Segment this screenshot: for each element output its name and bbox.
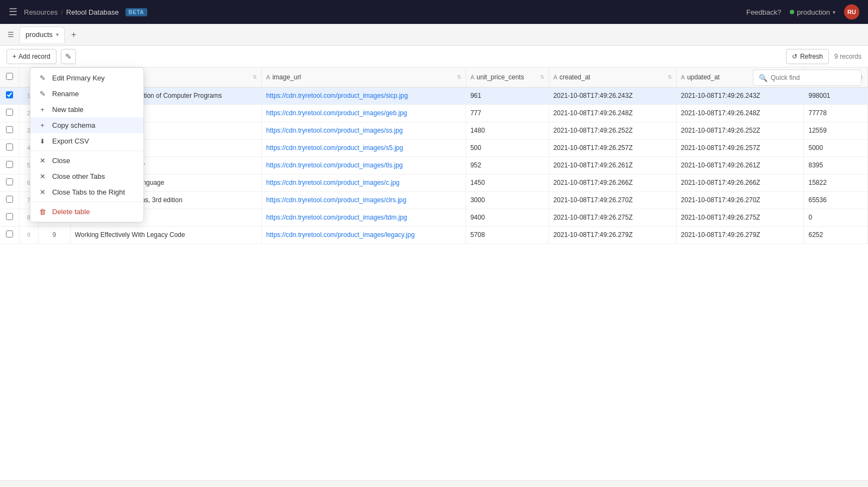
- rename-icon: ✎: [38, 90, 47, 98]
- feedback-link[interactable]: Feedback?: [746, 8, 781, 16]
- menu-label-close-tabs-right: Close Tabs to the Right: [52, 188, 125, 196]
- tab-label: products: [26, 30, 53, 39]
- menu-divider-1: [30, 151, 143, 151]
- close-icon: ✕: [38, 157, 47, 165]
- delete-table-icon: 🗑: [38, 208, 47, 216]
- products-tab[interactable]: products ▾: [20, 27, 65, 43]
- breadcrumb-separator: /: [61, 8, 63, 16]
- env-selector[interactable]: production ▾: [790, 8, 835, 16]
- menu-item-export-csv[interactable]: ⬇ Export CSV: [30, 133, 143, 149]
- top-nav-right: Feedback? production ▾ RU: [746, 4, 859, 20]
- env-label: production: [797, 8, 830, 16]
- export-csv-icon: ⬇: [38, 138, 47, 145]
- top-nav: ☰ Resources / Retool Database BETA Feedb…: [0, 0, 868, 24]
- menu-label-close-other-tabs: Close other Tabs: [52, 172, 105, 180]
- menu-label-new-table: New table: [52, 105, 84, 114]
- menu-label-export-csv: Export CSV: [52, 137, 89, 145]
- tab-bar: ☰ products ▾ +: [0, 24, 868, 46]
- beta-badge: BETA: [125, 8, 147, 16]
- toolbar-right: ↺ Refresh 9 records: [786, 49, 861, 64]
- menu-item-edit-primary-key[interactable]: ✎ Edit Primary Key: [30, 70, 143, 86]
- add-record-button[interactable]: + Add record: [7, 49, 56, 64]
- env-dropdown-icon: ▾: [833, 9, 835, 15]
- menu-item-delete-table[interactable]: 🗑 Delete table: [30, 204, 143, 220]
- menu-item-close[interactable]: ✕ Close: [30, 153, 143, 168]
- context-menu: ✎ Edit Primary Key ✎ Rename + New table …: [30, 67, 144, 222]
- close-tabs-right-icon: ✕: [38, 188, 47, 196]
- add-record-icon: +: [12, 53, 16, 60]
- new-table-icon: +: [38, 105, 47, 114]
- copy-schema-icon: +: [38, 121, 47, 129]
- hamburger-icon[interactable]: ☰: [9, 6, 17, 18]
- tab-dropdown-icon[interactable]: ▾: [56, 32, 59, 38]
- avatar[interactable]: RU: [844, 4, 859, 20]
- edit-tool-button[interactable]: ✎: [61, 49, 76, 64]
- quick-find-bar: 🔍: [753, 70, 861, 86]
- env-status-dot: [790, 10, 794, 14]
- close-other-tabs-icon: ✕: [38, 172, 47, 180]
- menu-label-edit-primary-key: Edit Primary Key: [52, 74, 105, 82]
- menu-item-close-other-tabs[interactable]: ✕ Close other Tabs: [30, 168, 143, 184]
- menu-item-rename[interactable]: ✎ Rename: [30, 86, 143, 102]
- search-icon: 🔍: [759, 74, 768, 82]
- menu-label-delete-table: Delete table: [52, 208, 90, 216]
- menu-divider-2: [30, 202, 143, 202]
- sidebar-toggle-button[interactable]: ☰: [4, 28, 17, 41]
- breadcrumb-resources[interactable]: Resources: [24, 8, 58, 16]
- menu-item-new-table[interactable]: + New table: [30, 102, 143, 117]
- menu-label-close: Close: [52, 157, 70, 165]
- add-record-label: Add record: [18, 53, 51, 60]
- add-tab-button[interactable]: +: [67, 28, 80, 42]
- refresh-button[interactable]: ↺ Refresh: [786, 49, 829, 64]
- refresh-label: Refresh: [800, 53, 823, 60]
- main-area: 🔍 ✎ Edit Primary Key ✎ Rename + New tabl…: [0, 67, 868, 487]
- context-menu-overlay[interactable]: 🔍 ✎ Edit Primary Key ✎ Rename + New tabl…: [0, 67, 868, 487]
- quick-find-input[interactable]: [771, 74, 856, 82]
- toolbar: + Add record ✎ ↺ Refresh 9 records: [0, 46, 868, 67]
- breadcrumb: Resources / Retool Database: [24, 8, 119, 16]
- menu-label-rename: Rename: [52, 90, 79, 98]
- edit-primary-key-icon: ✎: [38, 74, 47, 82]
- refresh-icon: ↺: [792, 53, 797, 60]
- menu-label-copy-schema: Copy schema: [52, 121, 95, 129]
- menu-item-close-tabs-right[interactable]: ✕ Close Tabs to the Right: [30, 184, 143, 200]
- menu-item-copy-schema[interactable]: + Copy schema: [30, 117, 143, 133]
- records-count: 9 records: [834, 53, 861, 60]
- breadcrumb-db-name[interactable]: Retool Database: [66, 8, 119, 16]
